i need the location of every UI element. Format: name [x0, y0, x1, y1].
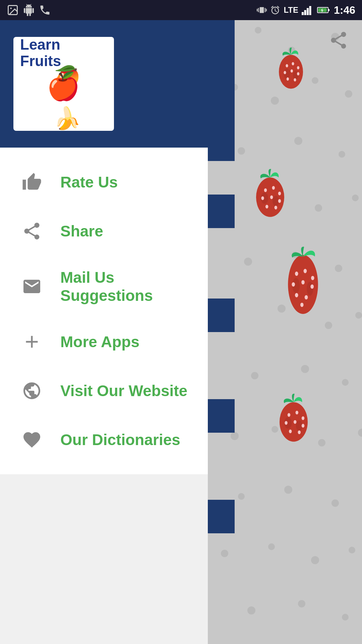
svg-point-33: [301, 365, 309, 373]
svg-point-34: [342, 379, 349, 386]
svg-point-81: [305, 295, 308, 300]
svg-point-86: [288, 413, 290, 417]
svg-point-75: [304, 269, 307, 273]
dict-label: Our Dictionaries: [60, 431, 180, 449]
svg-point-31: [355, 312, 362, 319]
website-label: Visit Our Website: [60, 382, 187, 400]
svg-point-73: [307, 282, 313, 296]
svg-point-88: [302, 416, 304, 420]
svg-point-89: [285, 421, 287, 425]
svg-point-80: [295, 293, 298, 298]
svg-point-76: [311, 276, 314, 280]
svg-point-45: [349, 547, 355, 553]
thumbs-up-icon: [20, 170, 44, 194]
svg-point-59: [294, 78, 296, 82]
svg-point-93: [298, 430, 301, 434]
left-panel: Learn Fruits 🥭 🍎 🍌 Rate Us: [0, 20, 208, 644]
svg-point-23: [315, 204, 322, 212]
navy-strip-1: [208, 20, 235, 161]
navy-strip-2: [208, 195, 235, 228]
svg-rect-7: [328, 9, 329, 11]
rate-label: Rate Us: [60, 173, 118, 191]
signal-icon: [302, 5, 314, 15]
svg-point-20: [339, 151, 345, 158]
svg-point-16: [312, 77, 318, 84]
svg-point-19: [294, 137, 302, 145]
svg-point-55: [284, 71, 286, 74]
svg-point-37: [318, 439, 325, 446]
right-panel: [208, 0, 362, 644]
status-right-icons: LTE 1:46: [257, 4, 355, 16]
svg-point-44: [311, 556, 319, 564]
navy-strip-4: [208, 399, 235, 433]
menu-list: Rate Us Share Mail Us Suggestions: [0, 148, 208, 474]
navy-strip-3: [208, 299, 235, 332]
image-icon: [7, 4, 19, 16]
share-icon: [20, 219, 44, 243]
phone-icon: [39, 4, 51, 16]
app-title: Learn Fruits: [17, 37, 61, 69]
share-label: Share: [60, 222, 103, 240]
svg-rect-3: [304, 10, 306, 15]
status-left-icons: [7, 4, 51, 16]
menu-item-mail[interactable]: Mail Us Suggestions: [0, 256, 208, 317]
menu-item-rate[interactable]: Rate Us: [0, 158, 208, 207]
svg-rect-8: [318, 8, 327, 12]
share-button-top[interactable]: [328, 30, 349, 52]
svg-point-52: [286, 64, 288, 67]
svg-rect-5: [309, 6, 311, 15]
svg-point-64: [272, 186, 275, 190]
svg-point-43: [268, 543, 275, 550]
svg-point-65: [278, 192, 281, 195]
svg-point-17: [345, 90, 352, 98]
svg-point-48: [342, 614, 349, 621]
banana-icon: 🍌: [54, 106, 81, 131]
svg-rect-4: [307, 8, 309, 15]
svg-point-11: [255, 27, 261, 34]
svg-point-32: [251, 372, 258, 379]
heart-icon: [20, 428, 44, 451]
share-top-icon: [328, 30, 349, 50]
svg-point-70: [275, 206, 277, 209]
svg-point-87: [296, 411, 298, 414]
svg-point-58: [287, 77, 289, 81]
alarm-icon: [270, 5, 280, 15]
svg-point-42: [221, 550, 228, 557]
svg-point-67: [270, 195, 273, 199]
status-bar: LTE 1:46: [0, 0, 362, 20]
navy-strip-5: [208, 500, 235, 533]
app-header: Learn Fruits 🥭 🍎 🍌: [0, 20, 208, 148]
battery-icon: [317, 5, 330, 15]
svg-point-53: [292, 62, 294, 65]
svg-point-56: [291, 69, 293, 73]
fruit-icons: 🥭 🍎 🍌: [17, 71, 111, 131]
svg-point-78: [301, 280, 305, 284]
app-logo: Learn Fruits 🥭 🍎 🍌: [13, 37, 114, 131]
svg-point-46: [247, 606, 255, 614]
svg-point-27: [335, 265, 342, 272]
svg-point-66: [261, 196, 264, 200]
svg-point-1: [10, 8, 12, 9]
menu-item-dict[interactable]: Our Dictionaries: [0, 415, 208, 464]
svg-point-29: [278, 305, 286, 313]
apple-icon: 🍎: [47, 71, 80, 102]
svg-point-85: [296, 421, 303, 431]
svg-point-74: [295, 272, 298, 276]
svg-point-15: [271, 97, 279, 105]
svg-point-40: [284, 486, 292, 494]
menu-item-website[interactable]: Visit Our Website: [0, 366, 208, 415]
svg-point-39: [238, 493, 245, 500]
menu-item-share[interactable]: Share: [0, 207, 208, 256]
svg-point-77: [292, 282, 295, 287]
svg-point-57: [297, 72, 299, 75]
svg-point-79: [310, 284, 314, 289]
svg-point-68: [278, 199, 281, 203]
svg-point-63: [264, 188, 267, 192]
plus-icon: [20, 330, 44, 354]
lte-indicator: LTE: [284, 5, 298, 15]
svg-point-54: [297, 66, 299, 69]
svg-point-90: [294, 420, 296, 424]
svg-point-47: [298, 600, 305, 607]
svg-point-30: [325, 322, 332, 329]
menu-item-more[interactable]: More Apps: [0, 317, 208, 366]
